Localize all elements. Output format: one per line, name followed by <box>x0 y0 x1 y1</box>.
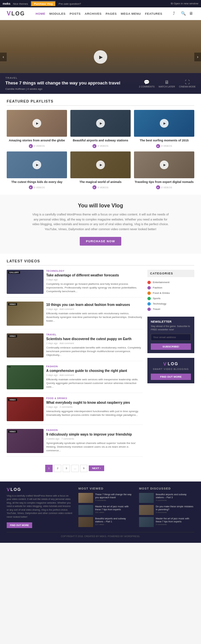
playlist-badge: 8 VIDEOS <box>70 185 131 189</box>
nav-pages[interactable]: PAGES <box>106 12 117 15</box>
hero-prev-button[interactable]: ‹ <box>0 53 7 61</box>
promo-text: Vlog is a carefully crafted WordPress th… <box>30 212 171 232</box>
footer-post-item[interactable]: Do you make these simple mistakes in par… <box>139 505 194 515</box>
playlist-item[interactable]: Traveling tips from expert digital nomad… <box>134 151 194 190</box>
category-dot <box>147 308 151 311</box>
nice-themes-link[interactable]: Nice themes <box>13 2 28 5</box>
playlist-item[interactable]: The best surfing moments of 2015 8 VIDEO… <box>134 110 194 148</box>
featured-playlists-title: FEATURED PLAYLISTS <box>7 99 194 106</box>
video-title[interactable]: 9 ridiculously simple ways to improve yo… <box>46 432 143 437</box>
video-title[interactable]: What everybody ought to know about raspb… <box>46 400 143 405</box>
site-header: V LOG HOME MODULES POSTS ARCHIVES PAGES … <box>0 7 201 20</box>
hero-meta: Camilla Huffman | 4 weeks ago <box>5 87 139 90</box>
video-thumbnail[interactable] <box>7 365 44 389</box>
footer-post-meta: 191 views <box>95 511 134 513</box>
footer-post-item[interactable]: These 7 things will change the way you a… <box>78 493 134 503</box>
vlog-logo-v: V <box>163 361 166 367</box>
hero-comments-action[interactable]: 💬 2 COMMENTS <box>139 79 155 88</box>
purchase-vlog-button[interactable]: Purchase Vlog <box>31 1 56 7</box>
monitor-icon[interactable]: 🖥 <box>189 11 194 16</box>
video-thumbnail[interactable]: VIDEO <box>7 397 44 421</box>
playlist-video-count: 8 VIDEOS <box>97 186 108 189</box>
playlist-badge: 8 VIDEOS <box>134 144 194 148</box>
playlist-item[interactable]: The cutest things kids do every day 6 VI… <box>7 151 67 190</box>
footer-post-info: These 7 things will change the way you a… <box>95 493 134 501</box>
playlist-play-button[interactable] <box>160 119 169 128</box>
footer-post-thumbnail <box>78 517 93 527</box>
nav-home[interactable]: HOME <box>36 12 45 15</box>
open-new-window-link[interactable]: ⧉ Open in new window <box>171 2 198 5</box>
category-item-technology[interactable]: Technology <box>147 301 194 307</box>
video-title[interactable]: A comprehensive guide to choosing the ri… <box>46 369 143 373</box>
newsletter-section: NEWSLETTER Stay ahead of the game. Subsc… <box>147 317 194 353</box>
footer-post-item[interactable]: Master the art of jazz music with these … <box>78 505 134 515</box>
nav-modules[interactable]: MODULES <box>49 12 66 15</box>
video-thumbnail[interactable]: VIDEO <box>7 429 44 453</box>
next-page-button[interactable]: NEXT › <box>89 465 104 471</box>
video-title[interactable]: Take advantage of different weather fore… <box>46 273 143 277</box>
playlist-play-button[interactable] <box>160 160 169 169</box>
video-thumbnail[interactable]: GALLERY <box>7 270 44 294</box>
purchase-now-button[interactable]: PURCHASE NOW <box>80 237 121 246</box>
hero-watch-later-action[interactable]: 🖥 WATCH LATER <box>158 79 175 88</box>
playlist-play-button[interactable] <box>32 160 41 169</box>
nav-archives[interactable]: ARCHIVES <box>85 12 102 15</box>
video-thumbnail[interactable]: VIDEO <box>7 302 44 326</box>
footer-post-title: Do you make these simple mistakes in par… <box>156 505 194 511</box>
search-icon[interactable]: 🔍 <box>181 11 186 16</box>
category-item-sports[interactable]: Sports <box>147 296 194 301</box>
main-nav: HOME MODULES POSTS ARCHIVES PAGES MEGA M… <box>36 12 162 15</box>
site-logo[interactable]: V LOG <box>7 10 25 17</box>
footer-post-info: Do you make these simple mistakes in par… <box>156 505 194 513</box>
playlist-title: The best surfing moments of 2015 <box>134 139 194 143</box>
footer-post-info: Master the art of jazz music with these … <box>95 505 134 513</box>
category-item-entertainment[interactable]: Entertainment <box>147 280 194 285</box>
category-item-travel[interactable]: Travel <box>147 307 194 312</box>
category-dot <box>147 297 151 300</box>
playlist-play-button[interactable] <box>32 119 41 128</box>
featured-playlists-section: FEATURED PLAYLISTS Amazing stories from … <box>0 94 201 195</box>
video-label: VIDEO <box>8 430 17 433</box>
find-out-more-button[interactable]: FIND OUT MORE <box>151 374 191 380</box>
share-icon[interactable]: ⤴ <box>173 11 178 16</box>
subscribe-button[interactable]: SUBSCRIBE! <box>151 343 191 350</box>
footer-post-thumbnail <box>78 493 93 503</box>
hero-play-button[interactable] <box>94 50 107 64</box>
presale-link[interactable]: Pre-sale question? <box>59 2 81 5</box>
hero-next-button[interactable]: › <box>194 53 201 61</box>
video-title[interactable]: Scientists have discovered the cutest pu… <box>46 337 143 341</box>
video-item: FASHION A comprehensive guide to choosin… <box>7 365 143 393</box>
nav-mega-menu[interactable]: MEGA MENU <box>121 12 141 15</box>
newsletter-email-input[interactable] <box>151 334 191 341</box>
playlist-item[interactable]: Beautiful airports and subway stations 8… <box>70 110 131 148</box>
page-1[interactable]: 1 <box>45 465 53 472</box>
nav-features[interactable]: FEATURES <box>145 12 162 15</box>
footer-post-item[interactable]: Beautiful airports and subway stations –… <box>78 517 134 527</box>
video-info: TRAVEL Scientists have discovered the cu… <box>46 333 143 357</box>
video-label: GALLERY <box>8 271 20 274</box>
playlist-item[interactable]: Amazing stories from around the globe 6 … <box>7 110 67 148</box>
nav-posts[interactable]: POSTS <box>70 12 81 15</box>
video-excerpt: Efficiently maintain extensible web serv… <box>46 378 143 389</box>
video-thumbnail[interactable]: VIDEO <box>7 333 44 358</box>
playlist-item[interactable]: The magical world of animals 8 VIDEOS <box>70 151 131 190</box>
page-9[interactable]: 9 <box>80 465 87 472</box>
footer-post-item[interactable]: Beautiful airports and subway stations –… <box>139 493 194 503</box>
footer-about: V LOG Vlog is a carefully crafted WordPr… <box>7 487 73 528</box>
page-ellipsis: … <box>71 465 79 472</box>
hero-cinema-action[interactable]: ⛶ CINEMA MODE <box>179 79 196 88</box>
page-3[interactable]: 3 <box>63 465 70 472</box>
page-2[interactable]: 2 <box>54 465 61 472</box>
playlist-play-button[interactable] <box>96 160 105 169</box>
playlist-play-button[interactable] <box>96 119 105 128</box>
category-name: Travel <box>153 308 160 311</box>
category-item-fashion[interactable]: Fashion <box>147 285 194 291</box>
footer-find-out-button[interactable]: FIND OUT MORE <box>7 522 32 528</box>
category-name: Technology <box>153 302 166 305</box>
footer-post-info: Beautiful airports and subway stations –… <box>95 517 134 525</box>
footer-most-discussed: MOST DISCUSSED Beautiful airports and su… <box>139 487 194 528</box>
logo-text: LOG <box>11 11 25 17</box>
video-title[interactable]: 10 things you can learn about fashion fr… <box>46 303 143 307</box>
category-item-food[interactable]: Food & Drinks <box>147 291 194 296</box>
footer-post-item[interactable]: Master the art of jazz music with these … <box>139 517 194 527</box>
